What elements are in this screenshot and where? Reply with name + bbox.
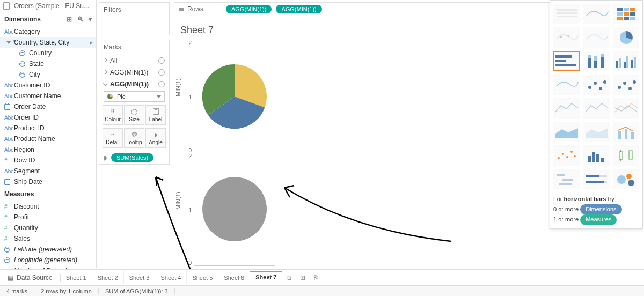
- measure-field[interactable]: #Profit: [0, 212, 96, 223]
- showme-highlight-table[interactable]: [613, 4, 639, 24]
- svg-rect-52: [629, 151, 632, 159]
- data-source-tab[interactable]: ▦ Data Source: [0, 274, 61, 282]
- rows-pill-2[interactable]: AGG(MIN(1)): [276, 5, 321, 13]
- dimension-field[interactable]: AbcProduct ID: [0, 123, 96, 134]
- showme-packed-bubbles[interactable]: [613, 169, 639, 189]
- history-icon[interactable]: [158, 69, 165, 76]
- sheet-tab[interactable]: Sheet 7: [250, 271, 282, 284]
- svg-point-60: [617, 175, 626, 184]
- sheet-tab[interactable]: Sheet 6: [218, 271, 250, 284]
- dimension-field[interactable]: AbcRegion: [0, 144, 96, 155]
- svg-rect-22: [594, 56, 597, 61]
- chart-pie-1[interactable]: [194, 40, 275, 153]
- mark-size-button[interactable]: ◯Size: [124, 105, 144, 125]
- svg-point-42: [558, 157, 560, 159]
- showme-side-circles[interactable]: [613, 75, 639, 95]
- mark-detail-button[interactable]: ⠒Detail: [103, 128, 123, 148]
- showme-stacked-bars[interactable]: [583, 51, 610, 71]
- mark-tooltip-button[interactable]: 💬︎Tooltip: [124, 128, 144, 148]
- sum-sales-pill[interactable]: SUM(Sales): [111, 153, 153, 162]
- sheet-tab[interactable]: Sheet 1: [61, 271, 92, 284]
- new-story-icon[interactable]: ⎘: [310, 274, 322, 282]
- measure-field[interactable]: Longitude (generated): [0, 255, 96, 265]
- history-icon[interactable]: [158, 81, 165, 87]
- svg-point-62: [628, 180, 634, 186]
- measure-field[interactable]: #Quantity: [0, 223, 96, 233]
- dimension-field[interactable]: ᓐCountry, State, City▸: [0, 37, 96, 48]
- dimension-field[interactable]: AbcCustomer ID: [0, 80, 96, 91]
- showme-horizontal-bars[interactable]: [553, 51, 580, 71]
- dimension-field[interactable]: AbcProduct Name: [0, 134, 96, 144]
- svg-rect-39: [618, 131, 621, 139]
- new-dashboard-icon[interactable]: ⊞: [296, 274, 310, 282]
- svg-point-35: [618, 86, 621, 89]
- sheet-tab[interactable]: Sheet 3: [124, 271, 156, 284]
- marks-card: Marks AllAGG(MIN(1))AGG(MIN(1)) Pie ⠿Col…: [99, 40, 170, 165]
- rows-pill-1[interactable]: AGG(MIN(1)): [226, 5, 272, 13]
- showme-pie[interactable]: [613, 27, 639, 48]
- showme-bullet[interactable]: [583, 169, 610, 189]
- marks-layer[interactable]: AGG(MIN(1)): [99, 66, 169, 78]
- showme-side-by-side-bars[interactable]: [613, 51, 639, 71]
- showme-lines-disc[interactable]: [583, 98, 610, 119]
- showme-dual-lines[interactable]: [613, 98, 639, 119]
- dimension-field[interactable]: City: [0, 69, 96, 80]
- showme-filled-map[interactable]: [583, 27, 610, 48]
- svg-point-0: [202, 177, 267, 241]
- dimension-field[interactable]: AbcCategory: [0, 26, 96, 37]
- measure-field[interactable]: #Sales: [0, 233, 96, 244]
- svg-rect-9: [630, 12, 635, 16]
- mark-angle-button[interactable]: ◗Angle: [145, 128, 166, 148]
- datasource-selector[interactable]: Orders (Sample - EU Su...: [0, 0, 96, 12]
- svg-rect-28: [626, 56, 628, 68]
- datasource-name: Orders (Sample - EU Su...: [14, 2, 89, 10]
- sheet-tab[interactable]: Sheet 2: [92, 271, 124, 284]
- showme-area-disc[interactable]: [583, 122, 610, 142]
- chart-pie-2[interactable]: [194, 153, 275, 267]
- filters-card[interactable]: Filters: [99, 2, 170, 35]
- dimension-field[interactable]: AbcSegment: [0, 166, 96, 176]
- dimension-field[interactable]: Order Date: [0, 101, 96, 112]
- new-worksheet-icon[interactable]: ⧉: [282, 274, 296, 282]
- showme-histogram[interactable]: [583, 145, 610, 166]
- showme-area-cont[interactable]: [553, 122, 580, 142]
- dimension-field[interactable]: Country: [0, 48, 96, 58]
- menu-icon[interactable]: ▾: [89, 16, 92, 23]
- mark-type-select[interactable]: Pie: [104, 91, 165, 102]
- showme-dual-combo[interactable]: [613, 122, 639, 142]
- svg-rect-40: [625, 129, 627, 139]
- search-icon[interactable]: 🔍︎: [77, 16, 84, 23]
- cards-column: Filters Marks AllAGG(MIN(1))AGG(MIN(1)) …: [97, 0, 172, 268]
- measure-field[interactable]: Latitude (generated): [0, 244, 96, 255]
- svg-rect-29: [631, 60, 633, 68]
- showme-treemap[interactable]: [553, 75, 580, 95]
- datasource-icon: ▦: [8, 274, 13, 282]
- dimension-field[interactable]: #Row ID: [0, 155, 96, 166]
- marks-layer[interactable]: AGG(MIN(1)): [99, 78, 169, 90]
- showme-heat-map[interactable]: [583, 4, 610, 24]
- svg-rect-1: [557, 9, 577, 11]
- showme-lines-cont[interactable]: [553, 98, 580, 119]
- dimension-field[interactable]: Ship Date: [0, 176, 96, 187]
- mark-label-button[interactable]: 🅃Label: [145, 105, 166, 125]
- showme-symbol-map[interactable]: [553, 27, 580, 48]
- showme-circle-views[interactable]: [583, 75, 610, 95]
- sheet-tab[interactable]: Sheet 4: [155, 271, 187, 284]
- status-bar: 4 marks 2 rows by 1 column SUM of AGG(MI…: [0, 285, 644, 296]
- showme-gantt[interactable]: [553, 169, 580, 189]
- dimension-field[interactable]: State: [0, 58, 96, 69]
- svg-point-46: [574, 155, 576, 157]
- history-icon[interactable]: [158, 57, 165, 64]
- marks-layer[interactable]: All: [99, 55, 169, 66]
- dimension-field[interactable]: AbcOrder ID: [0, 112, 96, 123]
- showme-scatter[interactable]: [553, 145, 580, 166]
- dimension-field[interactable]: AbcCustomer Name: [0, 91, 96, 101]
- measure-field[interactable]: #Discount: [0, 201, 96, 212]
- showme-text-table[interactable]: [553, 4, 580, 24]
- rows-icon: [179, 8, 184, 11]
- svg-rect-41: [631, 132, 634, 139]
- view-icon[interactable]: ⊞: [67, 16, 72, 23]
- mark-colour-button[interactable]: ⠿Colour: [103, 105, 123, 125]
- showme-box-plot[interactable]: [613, 145, 639, 166]
- sheet-tab[interactable]: Sheet 5: [187, 271, 218, 284]
